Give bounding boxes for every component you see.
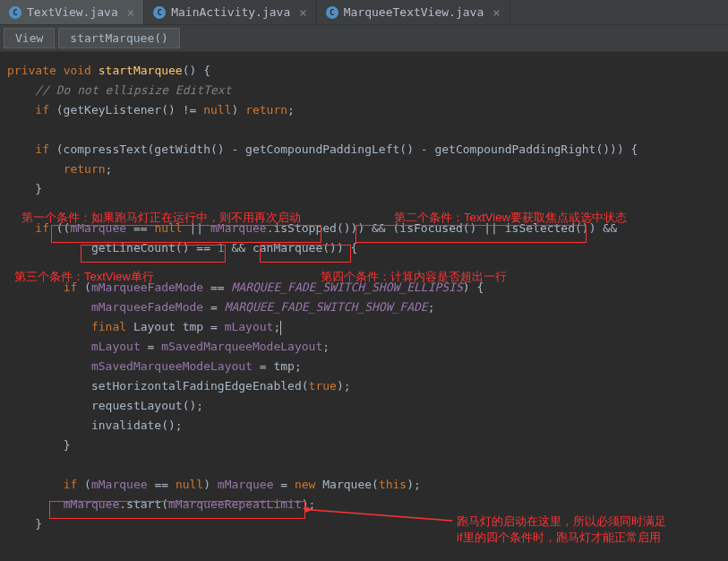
code-line (7, 455, 728, 475)
code-line: mSavedMarqueeModeLayout = tmp; (7, 357, 728, 376)
tab-mainactivity[interactable]: C MainActivity.java × (144, 0, 317, 24)
code-line: final Layout tmp = mLayout; (7, 317, 728, 337)
class-icon: C (9, 6, 21, 19)
code-line: } (7, 436, 728, 455)
tab-label: MarqueeTextView.java (344, 5, 484, 19)
code-line: private void startMarquee() { (7, 61, 728, 81)
code-line: } (7, 179, 728, 199)
code-line: if (mMarquee == null) mMarquee = new Mar… (7, 475, 728, 495)
annotation-1: 第一个条件：如果跑马灯正在运行中，则不用再次启动 (21, 208, 301, 228)
code-line: getLineCount() == 1 && canMarquee()) { (7, 238, 728, 258)
tab-label: MainActivity.java (171, 5, 290, 19)
code-line: setHorizontalFadingEdgeEnabled(true); (7, 376, 728, 396)
code-line: mMarqueeFadeMode = MARQUEE_FADE_SWITCH_S… (7, 298, 728, 317)
close-icon[interactable]: × (127, 5, 134, 20)
editor-tabs: C TextView.java × C MainActivity.java × … (0, 0, 728, 25)
code-line: if (getKeyListener() != null) return; (7, 100, 728, 120)
text-cursor (280, 321, 281, 335)
tab-marqueetextview[interactable]: C MarqueeTextView.java × (317, 0, 510, 24)
breadcrumb: View startMarquee() (0, 25, 728, 52)
tab-textview[interactable]: C TextView.java × (0, 0, 144, 24)
annotation-2: 第二个条件：TextView要获取焦点或选中状态 (394, 208, 627, 228)
class-icon: C (153, 6, 166, 19)
class-icon: C (326, 6, 338, 19)
arrow-icon (304, 500, 457, 527)
breadcrumb-class[interactable]: View (4, 28, 55, 48)
annotation-6: if里的四个条件时，跑马灯才能正常启用 (457, 528, 661, 548)
close-icon[interactable]: × (299, 5, 306, 20)
svg-line-1 (312, 510, 452, 521)
code-editor[interactable]: private void startMarquee() { // Do not … (0, 52, 728, 543)
annotation-3: 第三个条件：TextView单行 (14, 267, 154, 287)
annotation-4: 第四个条件：计算内容是否超出一行 (321, 267, 507, 287)
code-line: mLayout = mSavedMarqueeModeLayout; (7, 337, 728, 357)
code-line: requestLayout(); (7, 396, 728, 416)
tab-label: TextView.java (27, 5, 118, 19)
code-line: if (compressText(getWidth() - getCompoun… (7, 140, 728, 160)
code-line (7, 120, 728, 140)
breadcrumb-method[interactable]: startMarquee() (58, 28, 180, 48)
close-icon[interactable]: × (492, 5, 500, 20)
code-line: return; (7, 160, 728, 179)
code-line: invalidate(); (7, 416, 728, 436)
code-line: // Do not ellipsize EditText (7, 81, 728, 100)
